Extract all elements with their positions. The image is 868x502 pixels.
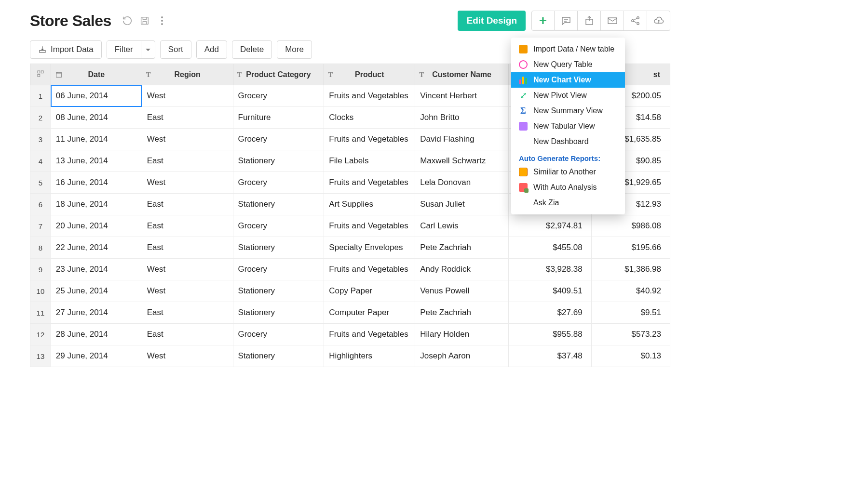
cell-cost[interactable]: $573.23 <box>591 324 670 345</box>
cell-product[interactable]: File Labels <box>324 150 415 172</box>
cell-date[interactable]: 18 June, 2014 <box>51 194 142 215</box>
export-icon[interactable] <box>578 11 601 31</box>
cell-customer[interactable]: Lela Donovan <box>415 172 509 194</box>
cell-product[interactable]: Fruits and Vegetables <box>324 215 415 237</box>
cell-product[interactable]: Copy Paper <box>324 280 415 302</box>
cell-cost[interactable]: $1,386.98 <box>591 259 670 280</box>
edit-design-button[interactable]: Edit Design <box>458 11 526 31</box>
cell-category[interactable]: Grocery <box>233 324 324 345</box>
cell-product[interactable]: Highlighters <box>324 345 415 367</box>
cell-cost[interactable]: $195.66 <box>591 237 670 259</box>
cell-date[interactable]: 27 June, 2014 <box>51 302 142 324</box>
filter-caret-icon[interactable] <box>141 41 155 58</box>
cell-sales[interactable]: $37.48 <box>509 345 591 367</box>
cell-region[interactable]: East <box>142 302 233 324</box>
menu-with-auto-analysis[interactable]: With Auto Analysis <box>511 180 625 195</box>
cell-product[interactable]: Specialty Envelopes <box>324 237 415 259</box>
menu-ask-zia[interactable]: Ask Zia <box>511 195 625 211</box>
cell-date[interactable]: 28 June, 2014 <box>51 324 142 345</box>
menu-new-chart-view[interactable]: New Chart View <box>511 72 625 88</box>
cell-customer[interactable]: Vincent Herbert <box>415 85 509 107</box>
table-row[interactable]: 13 29 June, 2014 West Stationery Highlig… <box>30 345 670 367</box>
table-row[interactable]: 12 28 June, 2014 East Grocery Fruits and… <box>30 324 670 345</box>
cell-cost[interactable]: $40.92 <box>591 280 670 302</box>
mail-icon[interactable] <box>601 11 624 31</box>
cell-region[interactable]: East <box>142 194 233 215</box>
share-icon[interactable] <box>624 11 647 31</box>
cell-category[interactable]: Stationery <box>233 237 324 259</box>
cell-category[interactable]: Grocery <box>233 215 324 237</box>
cell-customer[interactable]: Joseph Aaron <box>415 345 509 367</box>
col-header-date[interactable]: Date <box>51 64 142 85</box>
cell-date[interactable]: 20 June, 2014 <box>51 215 142 237</box>
cell-date[interactable]: 11 June, 2014 <box>51 129 142 150</box>
table-row[interactable]: 7 20 June, 2014 East Grocery Fruits and … <box>30 215 670 237</box>
cell-customer[interactable]: Maxwell Schwartz <box>415 150 509 172</box>
cell-customer[interactable]: Pete Zachriah <box>415 302 509 324</box>
sort-button[interactable]: Sort <box>160 40 191 59</box>
cell-sales[interactable]: $3,928.38 <box>509 259 591 280</box>
cell-customer[interactable]: Susan Juliet <box>415 194 509 215</box>
table-row[interactable]: 11 27 June, 2014 East Stationery Compute… <box>30 302 670 324</box>
cell-region[interactable]: East <box>142 215 233 237</box>
cell-date[interactable]: 13 June, 2014 <box>51 150 142 172</box>
cell-date[interactable]: 16 June, 2014 <box>51 172 142 194</box>
menu-new-summary-view[interactable]: Σ New Summary View <box>511 103 625 119</box>
cell-sales[interactable]: $2,974.81 <box>509 215 591 237</box>
cloud-upload-icon[interactable] <box>647 11 670 31</box>
cell-region[interactable]: West <box>142 129 233 150</box>
cell-region[interactable]: West <box>142 85 233 107</box>
cell-category[interactable]: Stationery <box>233 150 324 172</box>
cell-product[interactable]: Fruits and Vegetables <box>324 324 415 345</box>
cell-customer[interactable]: John Britto <box>415 107 509 129</box>
refresh-icon[interactable] <box>122 15 133 26</box>
menu-new-pivot-view[interactable]: ⤢ New Pivot View <box>511 88 625 103</box>
cell-product[interactable]: Fruits and Vegetables <box>324 259 415 280</box>
cell-product[interactable]: Computer Paper <box>324 302 415 324</box>
col-header-product[interactable]: T Product <box>324 64 415 85</box>
menu-new-tabular-view[interactable]: New Tabular View <box>511 119 625 134</box>
cell-product[interactable]: Clocks <box>324 107 415 129</box>
col-header-customer[interactable]: T Customer Name <box>415 64 509 85</box>
cell-cost[interactable]: $9.51 <box>591 302 670 324</box>
cell-product[interactable]: Art Supplies <box>324 194 415 215</box>
cell-region[interactable]: West <box>142 259 233 280</box>
cell-customer[interactable]: Andy Roddick <box>415 259 509 280</box>
plus-icon[interactable]: + <box>531 11 555 31</box>
cell-product[interactable]: Fruits and Vegetables <box>324 172 415 194</box>
menu-import-data-new-table[interactable]: Import Data / New table <box>511 41 625 57</box>
cell-region[interactable]: East <box>142 324 233 345</box>
table-row[interactable]: 9 23 June, 2014 West Grocery Fruits and … <box>30 259 670 280</box>
col-header-region[interactable]: T Region <box>142 64 233 85</box>
cell-category[interactable]: Stationery <box>233 345 324 367</box>
cell-category[interactable]: Furniture <box>233 107 324 129</box>
save-icon[interactable] <box>139 15 150 26</box>
filter-main[interactable]: Filter <box>107 41 141 58</box>
cell-sales[interactable]: $455.08 <box>509 237 591 259</box>
cell-category[interactable]: Grocery <box>233 259 324 280</box>
cell-region[interactable]: West <box>142 345 233 367</box>
menu-new-dashboard[interactable]: New Dashboard <box>511 134 625 149</box>
more-button[interactable]: More <box>277 40 312 59</box>
more-options-icon[interactable] <box>157 15 167 26</box>
cell-sales[interactable]: $409.51 <box>509 280 591 302</box>
cell-product[interactable]: Fruits and Vegetables <box>324 129 415 150</box>
table-row[interactable]: 8 22 June, 2014 East Stationery Specialt… <box>30 237 670 259</box>
cell-sales[interactable]: $955.88 <box>509 324 591 345</box>
cell-category[interactable]: Grocery <box>233 172 324 194</box>
cell-region[interactable]: West <box>142 280 233 302</box>
col-header-category[interactable]: T Product Category <box>233 64 324 85</box>
cell-customer[interactable]: Hilary Holden <box>415 324 509 345</box>
add-button[interactable]: Add <box>196 40 227 59</box>
import-data-button[interactable]: Import Data <box>30 40 102 59</box>
rownum-header[interactable] <box>30 64 51 85</box>
filter-button[interactable]: Filter <box>107 40 155 59</box>
cell-customer[interactable]: Carl Lewis <box>415 215 509 237</box>
menu-new-query-table[interactable]: New Query Table <box>511 57 625 72</box>
comment-icon[interactable] <box>555 11 578 31</box>
menu-similar-to-another[interactable]: Similiar to Another <box>511 164 625 180</box>
cell-customer[interactable]: David Flashing <box>415 129 509 150</box>
cell-category[interactable]: Stationery <box>233 194 324 215</box>
cell-region[interactable]: East <box>142 237 233 259</box>
cell-date[interactable]: 06 June, 2014 <box>51 85 142 107</box>
